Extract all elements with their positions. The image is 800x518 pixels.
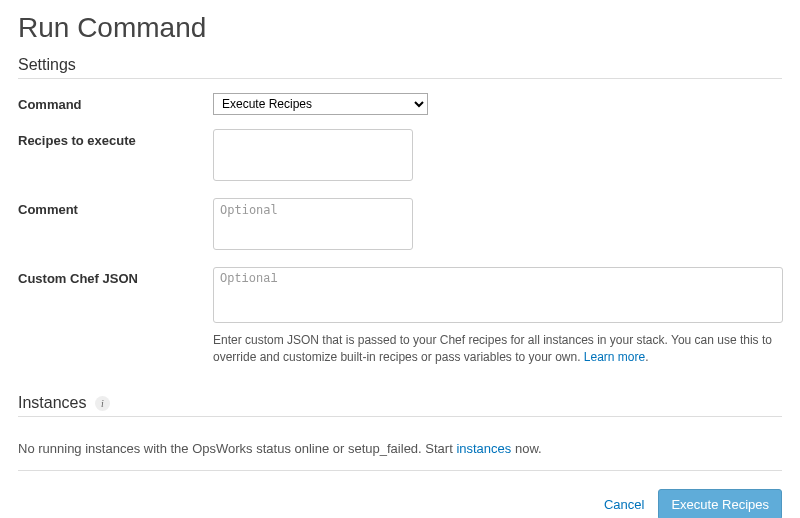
instances-msg-suffix: now. bbox=[511, 441, 541, 456]
instances-heading: Instances i bbox=[18, 394, 782, 417]
chef-json-help: Enter custom JSON that is passed to your… bbox=[213, 332, 783, 366]
recipes-label: Recipes to execute bbox=[18, 129, 213, 148]
cancel-button[interactable]: Cancel bbox=[604, 497, 644, 512]
instances-heading-text: Instances bbox=[18, 394, 86, 411]
recipes-input[interactable] bbox=[213, 129, 413, 181]
comment-label: Comment bbox=[18, 198, 213, 217]
chef-json-help-text: Enter custom JSON that is passed to your… bbox=[213, 333, 772, 364]
comment-row: Comment bbox=[18, 198, 782, 253]
instances-link[interactable]: instances bbox=[456, 441, 511, 456]
instances-message: No running instances with the OpsWorks s… bbox=[18, 431, 782, 471]
command-row: Command Execute Recipes bbox=[18, 93, 782, 115]
comment-input[interactable] bbox=[213, 198, 413, 250]
command-select[interactable]: Execute Recipes bbox=[213, 93, 428, 115]
instances-msg-prefix: No running instances with the OpsWorks s… bbox=[18, 441, 456, 456]
chef-json-input[interactable] bbox=[213, 267, 783, 323]
settings-heading: Settings bbox=[18, 56, 782, 79]
chef-json-help-suffix: . bbox=[645, 350, 648, 364]
chef-json-row: Custom Chef JSON Enter custom JSON that … bbox=[18, 267, 782, 366]
recipes-row: Recipes to execute bbox=[18, 129, 782, 184]
page-title: Run Command bbox=[18, 12, 782, 44]
execute-recipes-button[interactable]: Execute Recipes bbox=[658, 489, 782, 518]
footer-actions: Cancel Execute Recipes bbox=[18, 489, 782, 518]
chef-json-label: Custom Chef JSON bbox=[18, 267, 213, 286]
info-icon[interactable]: i bbox=[95, 396, 110, 411]
learn-more-link[interactable]: Learn more bbox=[584, 350, 645, 364]
command-label: Command bbox=[18, 93, 213, 112]
